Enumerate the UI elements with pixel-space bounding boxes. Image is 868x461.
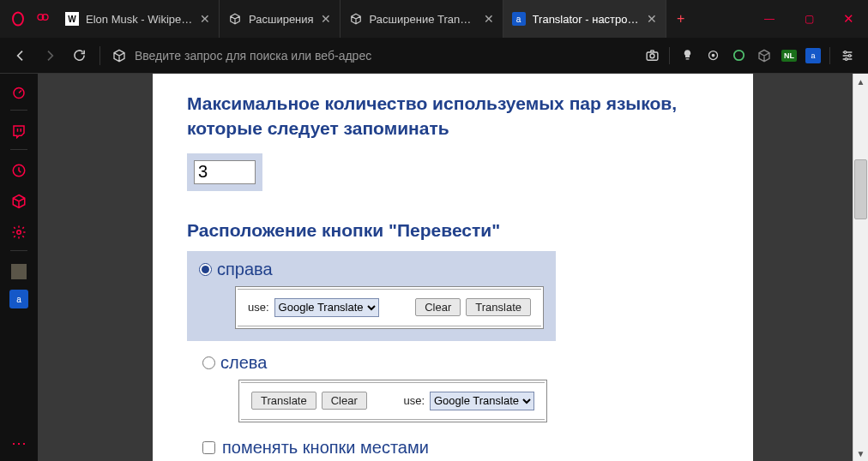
scrollbar[interactable]: ▲ ▼ xyxy=(853,74,868,461)
maximize-button[interactable]: ▢ xyxy=(789,0,829,38)
page-viewport: Максимальное количество используемых пар… xyxy=(38,74,868,461)
back-button[interactable] xyxy=(12,49,29,63)
minimize-button[interactable]: — xyxy=(750,0,789,38)
sidebar: а ⋯ xyxy=(0,74,38,461)
svg-point-6 xyxy=(712,54,714,57)
close-icon[interactable]: ✕ xyxy=(647,12,657,26)
url-placeholder: Введите запрос для поиска или веб-адрес xyxy=(135,49,371,63)
translator-ext-icon[interactable]: а xyxy=(805,48,821,63)
tab-label: Translator - настройки xyxy=(533,13,640,26)
tab-extension-translator[interactable]: Расширение Translator ✕ xyxy=(341,0,503,38)
number-field-wrap xyxy=(187,153,262,191)
radio-right-label: справа xyxy=(217,260,273,279)
radio-left-label: слева xyxy=(220,353,267,373)
new-tab-button[interactable]: + xyxy=(666,0,696,38)
easy-setup-icon[interactable] xyxy=(839,47,856,64)
close-button[interactable]: ✕ xyxy=(829,0,868,38)
scroll-down-icon[interactable]: ▼ xyxy=(853,446,868,461)
swap-label: поменять кнопки местами xyxy=(222,438,429,458)
site-info-icon[interactable] xyxy=(112,49,126,63)
tabs-strip: W Elon Musk - Wikipedia ✕ Расширения ✕ Р… xyxy=(57,0,750,38)
ext-cube-icon[interactable] xyxy=(756,47,773,64)
close-icon[interactable]: ✕ xyxy=(484,12,494,26)
svg-point-8 xyxy=(844,51,847,53)
wikipedia-favicon-icon: W xyxy=(65,12,79,26)
translator-favicon-icon: а xyxy=(512,12,526,26)
radio-right-input[interactable] xyxy=(199,263,212,276)
swap-checkbox-row[interactable]: поменять кнопки местами xyxy=(202,438,719,458)
heading-max-pairs: Максимальное количество используемых пар… xyxy=(187,91,719,141)
address-toolbar: Введите запрос для поиска или веб-адрес … xyxy=(0,38,868,74)
heart-icon[interactable] xyxy=(36,10,50,27)
cube-favicon-icon xyxy=(228,12,242,26)
pinned-tile-icon[interactable] xyxy=(6,259,32,284)
use-label: use: xyxy=(248,301,269,314)
close-icon[interactable]: ✕ xyxy=(321,12,331,26)
svg-point-9 xyxy=(848,54,851,57)
tab-extensions[interactable]: Расширения ✕ xyxy=(220,0,341,38)
ext-location-icon[interactable] xyxy=(704,47,721,64)
translator-pin-icon[interactable]: а xyxy=(9,290,28,308)
svg-point-4 xyxy=(650,54,654,58)
tab-label: Расширения xyxy=(249,13,314,26)
tab-label: Elon Musk - Wikipedia xyxy=(86,13,193,26)
clear-button[interactable]: Clear xyxy=(415,298,461,316)
preview-right: use: Google Translate Clear Translate xyxy=(235,286,544,329)
use-label: use: xyxy=(403,394,425,407)
svg-point-13 xyxy=(17,230,21,235)
ext-circle-icon[interactable] xyxy=(730,47,747,64)
twitch-sidebar-icon[interactable] xyxy=(6,118,32,144)
scrollbar-thumb[interactable] xyxy=(854,159,867,219)
snapshot-icon[interactable] xyxy=(643,47,660,64)
nl-badge-icon[interactable]: NL xyxy=(781,50,797,62)
radio-left-input[interactable] xyxy=(202,356,215,369)
tab-translator-settings[interactable]: а Translator - настройки ✕ xyxy=(503,0,666,38)
cube-favicon-icon xyxy=(349,12,363,26)
radio-left[interactable]: слева xyxy=(202,353,719,373)
swap-checkbox[interactable] xyxy=(202,441,215,454)
option-right-group: справа use: Google Translate Clear Trans… xyxy=(187,251,556,341)
forward-button[interactable] xyxy=(41,49,58,63)
close-icon[interactable]: ✕ xyxy=(200,12,210,26)
heading-button-position: Расположение кнопки "Перевести" xyxy=(187,220,719,241)
opera-menu-icon[interactable] xyxy=(9,9,27,28)
extensions-sidebar-icon[interactable] xyxy=(6,189,32,214)
settings-page: Максимальное количество используемых пар… xyxy=(153,74,753,461)
tab-wikipedia[interactable]: W Elon Musk - Wikipedia ✕ xyxy=(57,0,220,38)
translate-button[interactable]: Translate xyxy=(251,392,316,410)
scroll-up-icon[interactable]: ▲ xyxy=(853,74,868,89)
tab-label: Расширение Translator xyxy=(370,13,477,26)
svg-point-0 xyxy=(13,13,23,26)
provider-select[interactable]: Google Translate xyxy=(430,392,534,410)
svg-point-7 xyxy=(733,51,743,60)
ext-lightbulb-icon[interactable] xyxy=(678,47,696,64)
translate-button[interactable]: Translate xyxy=(466,298,531,316)
svg-point-10 xyxy=(845,57,847,60)
history-sidebar-icon[interactable] xyxy=(6,158,32,183)
radio-right[interactable]: справа xyxy=(199,260,544,279)
settings-sidebar-icon[interactable] xyxy=(6,219,32,245)
title-bar: W Elon Musk - Wikipedia ✕ Расширения ✕ Р… xyxy=(0,0,868,38)
address-bar[interactable]: Введите запрос для поиска или веб-адрес xyxy=(112,49,631,63)
preview-left: Translate Clear use: Google Translate xyxy=(238,380,547,422)
clear-button[interactable]: Clear xyxy=(322,392,367,410)
max-pairs-input[interactable] xyxy=(194,160,256,184)
reload-button[interactable] xyxy=(70,48,87,63)
sidebar-more-icon[interactable]: ⋯ xyxy=(11,434,27,452)
provider-select[interactable]: Google Translate xyxy=(274,298,379,317)
speed-dial-icon[interactable] xyxy=(6,79,32,105)
